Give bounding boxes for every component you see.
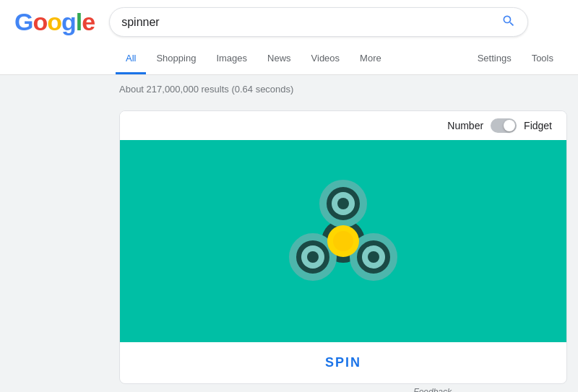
tab-news[interactable]: News (257, 44, 301, 74)
tab-settings[interactable]: Settings (467, 44, 522, 74)
google-logo[interactable]: Google (14, 8, 95, 36)
svg-point-13 (368, 251, 379, 263)
tab-videos[interactable]: Videos (301, 44, 350, 74)
results-info: About 217,000,000 results (0.64 seconds) (0, 75, 578, 103)
tab-images[interactable]: Images (206, 44, 257, 74)
feedback-area: Feedback (119, 384, 459, 392)
svg-point-10 (307, 251, 319, 263)
tab-all[interactable]: All (116, 44, 146, 74)
nav-right: Settings Tools (467, 44, 564, 74)
main-content: Number Fidget (0, 103, 578, 392)
mode-fidget-label: Fidget (524, 120, 552, 131)
tab-shopping[interactable]: Shopping (146, 44, 206, 74)
mode-toggle[interactable] (491, 118, 517, 133)
header-top: Google (14, 7, 564, 44)
spin-button[interactable]: SPIN (325, 355, 361, 370)
results-count: About 217,000,000 results (0.64 seconds) (119, 84, 293, 95)
search-bar (109, 7, 528, 37)
mode-number-label: Number (447, 120, 483, 131)
spin-button-area: SPIN (120, 342, 566, 383)
spinner-display[interactable] (120, 140, 566, 342)
svg-point-15 (333, 231, 353, 251)
spinner-card-header: Number Fidget (120, 111, 566, 140)
feedback-label[interactable]: Feedback (413, 387, 452, 392)
svg-point-7 (337, 198, 349, 209)
nav-tabs: All Shopping Images News Videos More (116, 44, 392, 74)
header: Google All Shopping Images News Videos M… (0, 0, 578, 75)
tab-tools[interactable]: Tools (522, 44, 564, 74)
search-icon (501, 14, 516, 28)
search-button[interactable] (501, 14, 516, 30)
search-input[interactable] (121, 16, 496, 29)
fidget-spinner-svg (264, 162, 423, 321)
spinner-card: Number Fidget (119, 110, 567, 384)
tab-more[interactable]: More (350, 44, 392, 74)
